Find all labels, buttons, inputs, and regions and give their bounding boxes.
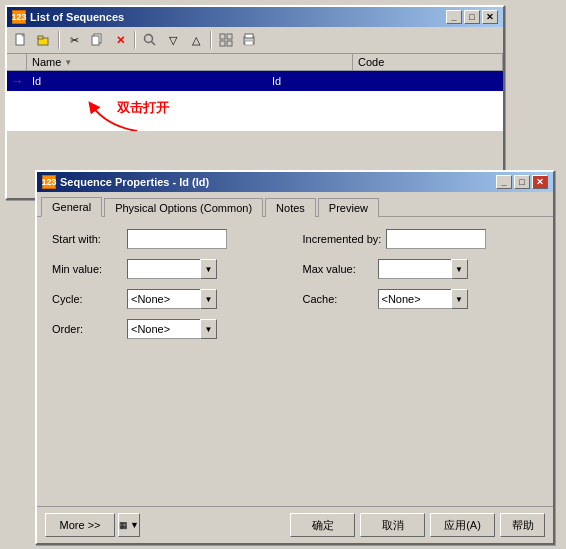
seq-window-title: Sequence Properties - Id (Id) [60,176,209,188]
svg-rect-8 [220,34,225,39]
cache-select-container: ▼ [378,289,468,309]
tab-notes[interactable]: Notes [265,198,316,217]
max-value-label: Max value: [303,263,373,275]
open-file-btn[interactable] [33,29,55,51]
min-value-group: Min value: ▼ [52,259,288,279]
list-window-title: List of Sequences [30,11,124,23]
copy-btn[interactable] [86,29,108,51]
max-value-group: Max value: ▼ [303,259,539,279]
list-maximize-btn[interactable]: □ [464,10,480,24]
list-window-controls: _ □ ✕ [446,10,498,24]
form-row-1: Start with: Incremented by: [52,229,538,249]
svg-point-6 [145,35,153,43]
order-label: Order: [52,323,122,335]
help-button[interactable]: 帮助 [500,513,545,537]
incremented-by-input[interactable] [386,229,486,249]
tab-physical-options[interactable]: Physical Options (Common) [104,198,263,217]
cycle-input[interactable] [127,289,217,309]
seq-window-title-area: 123 Sequence Properties - Id (Id) [42,175,209,189]
order-group: Order: ▼ [52,319,538,339]
dropdown-icon: ▦ [119,520,128,530]
cache-input[interactable] [378,289,468,309]
form-row-3: Cycle: ▼ Cache: ▼ [52,289,538,309]
incremented-by-group: Incremented by: [303,229,539,249]
list-minimize-btn[interactable]: _ [446,10,462,24]
bottom-left-area: More >> ▦ ▼ [45,513,140,537]
apply-button[interactable]: 应用(A) [430,513,495,537]
svg-rect-14 [245,41,253,45]
cancel-button[interactable]: 取消 [360,513,425,537]
seq-window-titlebar: 123 Sequence Properties - Id (Id) _ □ ✕ [37,172,553,192]
form-content: Start with: Incremented by: Min value: ▼… [37,217,553,361]
cache-group: Cache: ▼ [303,289,539,309]
sequences-table: Name ▼ Code → Id Id 双击打开 [7,54,503,131]
incremented-by-label: Incremented by: [303,233,382,245]
start-with-input[interactable] [127,229,227,249]
min-value-label: Min value: [52,263,122,275]
tab-preview[interactable]: Preview [318,198,379,217]
seq-maximize-btn[interactable]: □ [514,175,530,189]
new-doc-btn[interactable] [10,29,32,51]
tabs-bar: General Physical Options (Common) Notes … [37,192,553,217]
seq-close-btn[interactable]: ✕ [532,175,548,189]
cycle-group: Cycle: ▼ [52,289,288,309]
svg-rect-3 [38,36,43,39]
list-window-titlebar: 123 List of Sequences _ □ ✕ [7,7,503,27]
cache-label: Cache: [303,293,373,305]
cut-btn[interactable]: ✂ [63,29,85,51]
list-toolbar: ✂ ✕ ▽ △ [7,27,503,54]
cycle-label: Cycle: [52,293,122,305]
tab-general[interactable]: General [41,197,102,217]
annotation-text: 双击打开 [117,99,169,117]
min-value-input[interactable] [127,259,217,279]
start-with-group: Start with: [52,229,288,249]
cycle-select-container: ▼ [127,289,217,309]
start-with-label: Start with: [52,233,122,245]
more-button[interactable]: More >> [45,513,115,537]
row-name-cell: Id [27,73,267,89]
toolbar-sep3 [210,31,212,49]
svg-line-7 [152,42,156,46]
order-select-container: ▼ [127,319,217,339]
code-column-header[interactable]: Code [353,54,503,70]
bottom-right-area: 确定 取消 应用(A) 帮助 [290,513,545,537]
max-value-input[interactable] [378,259,468,279]
list-window-icon: 123 [12,10,26,24]
seq-properties-window: 123 Sequence Properties - Id (Id) _ □ ✕ … [35,170,555,545]
dropdown-arrow-icon: ▼ [130,520,139,530]
list-window-title-area: 123 List of Sequences [12,10,124,24]
print-btn[interactable] [238,29,260,51]
toolbar-sep1 [58,31,60,49]
form-row-4: Order: ▼ [52,319,538,339]
min-value-select-container: ▼ [127,259,217,279]
svg-rect-9 [227,34,232,39]
more-dropdown-btn[interactable]: ▦ ▼ [118,513,140,537]
seq-window-icon: 123 [42,175,56,189]
filter-up-btn[interactable]: △ [185,29,207,51]
grid-btn[interactable] [215,29,237,51]
find-btn[interactable] [139,29,161,51]
confirm-button[interactable]: 确定 [290,513,355,537]
svg-rect-10 [220,41,225,46]
row-arrow-icon: → [7,71,27,91]
form-row-2: Min value: ▼ Max value: ▼ [52,259,538,279]
table-row[interactable]: → Id Id [7,71,503,91]
table-header: Name ▼ Code [7,54,503,71]
sort-arrow-icon: ▼ [64,58,72,67]
delete-btn[interactable]: ✕ [109,29,131,51]
filter-down-btn[interactable]: ▽ [162,29,184,51]
max-value-select-container: ▼ [378,259,468,279]
row-code-cell: Id [267,73,417,89]
order-input[interactable] [127,319,217,339]
svg-rect-11 [227,41,232,46]
toolbar-sep2 [134,31,136,49]
seq-minimize-btn[interactable]: _ [496,175,512,189]
svg-rect-5 [92,36,99,45]
list-close-btn[interactable]: ✕ [482,10,498,24]
svg-rect-13 [245,34,253,38]
name-column-header[interactable]: Name ▼ [27,54,353,70]
annotation-area: 双击打开 [7,91,503,131]
bottom-button-bar: More >> ▦ ▼ 确定 取消 应用(A) 帮助 [37,506,553,543]
seq-window-controls: _ □ ✕ [496,175,548,189]
